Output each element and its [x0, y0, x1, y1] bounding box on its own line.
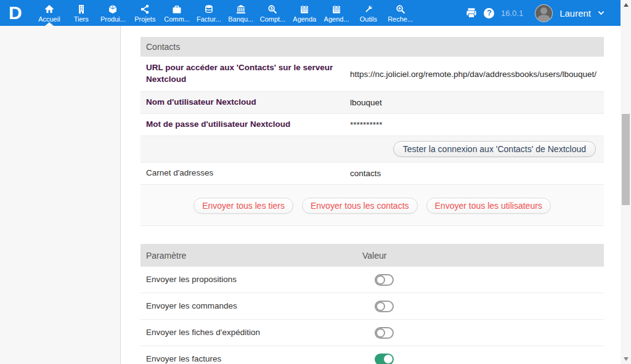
password-label: Mot de passe d'utilisateur Nextcloud [140, 114, 350, 135]
svg-text:$: $ [271, 6, 273, 11]
contacts-settings-table: Contacts URL pour accéder aux 'Contacts'… [140, 37, 604, 226]
share-nodes-icon [140, 4, 150, 14]
user-menu[interactable]: Laurent [560, 8, 591, 18]
main-menu: Accueil Tiers Produi... Projets Comm... [33, 0, 417, 26]
menu-item-label: Agenda [293, 15, 316, 23]
search-plus-icon [396, 4, 405, 14]
menu-item-label: Outils [360, 15, 377, 23]
parameters-table-header: Paramètre Valeur [140, 244, 604, 267]
send-all-contacts-button[interactable]: Envoyer tous les contacts [302, 198, 418, 214]
menu-item-banques[interactable]: Banqu... [225, 0, 257, 26]
menu-item-facturation[interactable]: Factur... [193, 0, 225, 26]
bulk-actions-row: Envoyer tous les tiers Envoyer tous les … [140, 185, 604, 226]
url-value: https://nc.joliciel.org/remote.php/dav/a… [350, 65, 604, 84]
calendar-icon [332, 4, 341, 14]
table-row-propositions: Envoyer les propositions [140, 267, 604, 293]
table-row-expeditions: Envoyer les fiches d'expédition [140, 320, 604, 346]
active-menu-indicator [45, 22, 54, 26]
home-icon [44, 4, 54, 14]
menu-item-label: Compt... [260, 15, 286, 23]
scrollbar-thumb[interactable] [622, 114, 630, 205]
search-dollar-icon: $ [267, 4, 277, 14]
addressbook-label: Carnet d'adresses [140, 163, 350, 184]
menu-item-label: Produi... [100, 15, 126, 23]
building-icon [76, 4, 86, 14]
menu-item-commerce[interactable]: Comm... [161, 0, 193, 26]
param-label: Envoyer les factures [140, 354, 362, 364]
menu-item-label: Banqu... [228, 15, 253, 23]
scrollbar-up-arrow-icon[interactable] [624, 3, 629, 7]
user-avatar[interactable] [535, 4, 553, 22]
menu-item-agenda2[interactable]: Agend... [320, 0, 352, 26]
send-all-thirdparties-button[interactable]: Envoyer tous les tiers [193, 198, 293, 214]
menu-item-label: Comm... [164, 15, 190, 23]
menu-item-label: Agend... [324, 15, 349, 23]
password-value: ********** [350, 115, 604, 134]
help-icon[interactable]: ? [483, 7, 495, 19]
url-label: URL pour accéder aux 'Contacts' sur le s… [140, 57, 350, 91]
briefcase-icon [172, 4, 182, 14]
menu-item-label: Reche... [388, 15, 413, 23]
test-connection-button[interactable]: Tester la connexion aux 'Contacts' de Ne… [393, 141, 596, 157]
section-title-contacts: Contacts [140, 37, 604, 57]
table-row-url: URL pour accéder aux 'Contacts' sur le s… [140, 57, 604, 92]
username-value: lbouquet [350, 93, 604, 112]
menu-item-comptabilite[interactable]: $ Compt... [257, 0, 289, 26]
table-row-commandes: Envoyer les commandes [140, 293, 604, 320]
menu-item-produits[interactable]: Produi... [97, 0, 129, 26]
coins-icon [204, 4, 214, 14]
table-row-factures: Envoyer les factures [140, 346, 604, 364]
menu-item-agenda[interactable]: Agenda [288, 0, 320, 26]
param-label: Envoyer les fiches d'expédition [140, 327, 362, 339]
scrollbar-down-arrow-icon[interactable] [624, 357, 629, 361]
menu-item-projets[interactable]: Projets [129, 0, 161, 26]
toggle-expeditions[interactable] [375, 327, 394, 339]
menu-item-tiers[interactable]: Tiers [65, 0, 97, 26]
wrench-icon [364, 4, 373, 14]
toggle-factures[interactable] [375, 354, 394, 364]
left-sidebar [0, 26, 121, 364]
param-label: Envoyer les commandes [140, 301, 362, 312]
menu-item-label: Factur... [197, 15, 221, 23]
param-label: Envoyer les propositions [140, 274, 362, 286]
version-number: 16.0.1 [501, 9, 523, 18]
toggle-commandes[interactable] [375, 301, 394, 312]
topbar-right-cluster: ? 16.0.1 Laurent [465, 0, 605, 26]
calendar-icon [299, 4, 309, 14]
username-label: Nom d'utilisateur Nextcloud [140, 92, 350, 113]
table-row-username: Nom d'utilisateur Nextcloud lbouquet [140, 92, 604, 114]
dolibarr-logo[interactable]: D [9, 1, 22, 25]
column-header-valeur: Valeur [362, 251, 386, 261]
toggle-propositions[interactable] [375, 274, 394, 286]
bank-icon [236, 4, 246, 14]
table-row-test-connection: Tester la connexion aux 'Contacts' de Ne… [140, 136, 604, 163]
vertical-scrollbar[interactable] [621, 0, 631, 364]
top-menu-bar: D Accueil Tiers Produi... Projets [0, 0, 621, 26]
chevron-down-icon[interactable] [598, 10, 605, 15]
menu-item-outils[interactable]: Outils [352, 0, 385, 26]
menu-item-label: Tiers [74, 15, 89, 23]
table-row-password: Mot de passe d'utilisateur Nextcloud ***… [140, 114, 604, 136]
table-row-addressbook: Carnet d'adresses contacts [140, 163, 604, 185]
menu-item-label: Projets [134, 15, 155, 23]
send-all-users-button[interactable]: Envoyer tous les utilisateurs [426, 198, 551, 214]
print-icon[interactable] [465, 7, 478, 19]
addressbook-value: contacts [350, 164, 604, 183]
cube-icon [108, 4, 118, 14]
menu-item-recherche[interactable]: Reche... [385, 0, 417, 26]
parameters-table: Paramètre Valeur Envoyer les proposition… [140, 244, 604, 364]
column-header-parametre: Paramètre [140, 251, 362, 261]
